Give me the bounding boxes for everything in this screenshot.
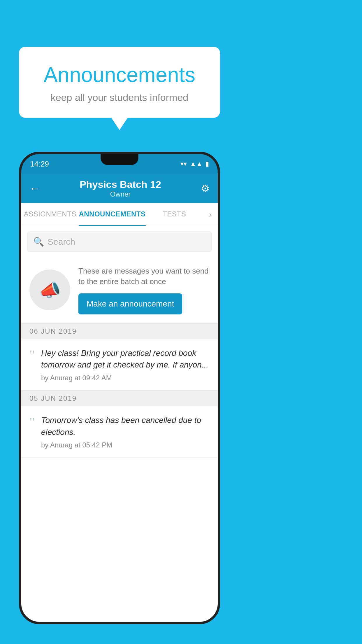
tab-announcements[interactable]: ANNOUNCEMENTS	[79, 203, 145, 226]
announcement-text-2: Tomorrow's class has been cancelled due …	[41, 414, 210, 438]
status-bar: 14:29 ▾▾ ▲▲ ▮	[21, 154, 218, 174]
announcement-content-1: Hey class! Bring your practical record b…	[41, 347, 210, 382]
quote-icon-1: "	[29, 349, 35, 361]
announcement-text-1: Hey class! Bring your practical record b…	[41, 347, 210, 371]
search-placeholder: Search	[48, 237, 75, 247]
battery-icon: ▮	[205, 160, 209, 168]
announcement-content-2: Tomorrow's class has been cancelled due …	[41, 414, 210, 449]
search-bar[interactable]: 🔍 Search	[27, 232, 212, 252]
announcement-promo: 📣 These are messages you want to send to…	[21, 257, 218, 323]
back-button[interactable]: ←	[29, 182, 40, 195]
phone-screen: ← Physics Batch 12 Owner ⚙ ASSIGNMENTS A…	[21, 174, 218, 622]
app-header: ← Physics Batch 12 Owner ⚙	[21, 174, 218, 203]
phone-frame: 14:29 ▾▾ ▲▲ ▮ ← Physics Batch 12 Owner ⚙…	[19, 152, 220, 624]
header-subtitle: Owner	[80, 190, 161, 198]
status-time: 14:29	[30, 160, 49, 169]
volume-down-button[interactable]	[19, 259, 21, 282]
megaphone-icon: 📣	[39, 280, 61, 300]
date-separator-2: 05 JUN 2019	[21, 391, 218, 406]
notch	[101, 154, 138, 165]
announcement-meta-1: by Anurag at 09:42 AM	[41, 374, 210, 382]
tab-tests[interactable]: TESTS	[146, 203, 203, 226]
wifi-icon: ▾▾	[180, 160, 187, 168]
search-icon: 🔍	[33, 237, 44, 247]
bubble-subtitle: keep all your students informed	[34, 92, 205, 103]
promo-icon-circle: 📣	[29, 270, 70, 310]
status-icons: ▾▾ ▲▲ ▮	[180, 160, 209, 168]
announcement-item-2[interactable]: " Tomorrow's class has been cancelled du…	[21, 406, 218, 458]
promo-description: These are messages you want to send to t…	[78, 266, 210, 287]
bubble-title: Announcements	[34, 63, 205, 87]
promo-right: These are messages you want to send to t…	[78, 266, 210, 314]
volume-up-button[interactable]	[19, 236, 21, 250]
search-container: 🔍 Search	[21, 226, 218, 257]
make-announcement-button[interactable]: Make an announcement	[78, 293, 182, 314]
power-button[interactable]	[218, 253, 220, 282]
header-title: Physics Batch 12	[80, 179, 161, 190]
tabs-bar: ASSIGNMENTS ANNOUNCEMENTS TESTS ›	[21, 203, 218, 226]
date-separator-1: 06 JUN 2019	[21, 323, 218, 339]
signal-icon: ▲▲	[190, 160, 203, 168]
settings-icon[interactable]: ⚙	[201, 183, 210, 194]
tab-assignments[interactable]: ASSIGNMENTS	[21, 203, 79, 226]
speech-bubble: Announcements keep all your students inf…	[19, 47, 220, 118]
announcement-item-1[interactable]: " Hey class! Bring your practical record…	[21, 339, 218, 391]
announcement-meta-2: by Anurag at 05:42 PM	[41, 441, 210, 449]
quote-icon-2: "	[29, 416, 35, 428]
header-center: Physics Batch 12 Owner	[80, 179, 161, 198]
silent-button[interactable]	[19, 288, 21, 312]
tabs-more-button[interactable]: ›	[203, 203, 218, 226]
